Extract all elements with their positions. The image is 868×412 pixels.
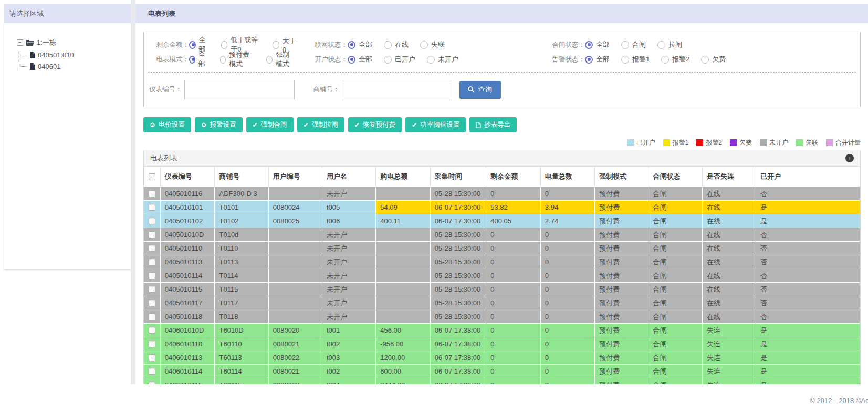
radio-icon[interactable]	[585, 41, 593, 49]
radio-icon[interactable]	[661, 56, 669, 64]
shop-no-input[interactable]	[342, 80, 452, 99]
tree-node-leaf[interactable]: 040501:010	[20, 51, 131, 59]
row-checkbox[interactable]	[149, 327, 155, 334]
file-icon	[29, 52, 35, 58]
radio-icon[interactable]	[621, 56, 629, 64]
radio-icon[interactable]	[266, 56, 273, 64]
table-cell: 未开户	[322, 269, 375, 283]
radio-option[interactable]: 合闸	[621, 40, 646, 49]
legend-swatch	[760, 139, 767, 146]
radio-option[interactable]: 报警1	[621, 55, 650, 64]
radio-icon[interactable]	[657, 41, 665, 49]
radio-icon[interactable]	[348, 56, 355, 64]
table-cell: 05-28 15:30:00	[430, 296, 486, 310]
row-checkbox[interactable]	[149, 272, 155, 279]
legend-swatch	[663, 139, 670, 146]
radio-option[interactable]: 强制模式	[266, 50, 296, 69]
radio-icon[interactable]	[585, 56, 593, 64]
table-cell: 06-07 17:38:00	[430, 337, 486, 351]
row-checkbox[interactable]	[149, 300, 155, 306]
radio-option[interactable]: 全部	[585, 40, 610, 49]
table-cell: 失连	[702, 337, 756, 351]
radio-option[interactable]: 全部	[348, 40, 372, 49]
radio-option[interactable]: 全部	[585, 55, 610, 64]
radio-option[interactable]: 报警2	[661, 55, 689, 64]
table-cell: T6010D	[215, 324, 268, 337]
toolbar-button[interactable]: ✔强制合闸	[246, 117, 294, 132]
radio-option[interactable]: 未开户	[427, 55, 458, 64]
row-checkbox[interactable]	[149, 245, 155, 252]
tree-collapse-toggle[interactable]: −	[17, 39, 23, 46]
radio-icon[interactable]	[220, 56, 226, 64]
toolbar-button[interactable]: ✔强制拉闸	[297, 117, 344, 132]
row-checkbox[interactable]	[149, 259, 155, 265]
select-all-checkbox[interactable]	[149, 173, 155, 180]
radio-option[interactable]: 欠费	[701, 55, 726, 64]
table-cell	[376, 187, 431, 201]
table-cell: 预付费	[595, 365, 649, 378]
table-cell: 在线	[702, 242, 756, 255]
check-icon: ✔	[412, 122, 417, 128]
toolbar-button[interactable]: ✔功率阈值设置	[405, 117, 466, 132]
table-cell: 失连	[702, 351, 756, 365]
doc-icon	[476, 122, 481, 128]
radio-icon[interactable]	[384, 56, 392, 64]
row-checkbox[interactable]	[149, 190, 155, 197]
filter-group: 电表模式：全部预付费模式强制模式	[149, 50, 308, 69]
radio-icon[interactable]	[384, 41, 392, 49]
row-checkbox[interactable]	[149, 368, 155, 375]
radio-option[interactable]: 失联	[420, 40, 445, 49]
table-cell: 预付费	[595, 269, 649, 283]
table-cell	[268, 255, 322, 269]
tree-connector	[20, 55, 27, 55]
toolbar-button-label: 抄表导出	[484, 120, 510, 129]
radio-option[interactable]: 已开户	[384, 55, 415, 64]
radio-option[interactable]: 全部	[348, 55, 372, 64]
tree-node-leaf[interactable]: 040601	[20, 63, 131, 70]
row-checkbox[interactable]	[149, 354, 155, 361]
toolbar-button[interactable]: ✔恢复预付费	[348, 117, 402, 132]
column-header: 电量总数	[540, 167, 595, 187]
radio-option[interactable]: 全部	[189, 50, 208, 69]
radio-icon[interactable]	[348, 41, 355, 49]
radio-option[interactable]: 预付费模式	[220, 50, 255, 69]
collapse-panel-icon[interactable]: ↑	[845, 154, 854, 162]
gear-icon: ⚙	[201, 122, 207, 128]
radio-icon[interactable]	[621, 41, 629, 49]
radio-option-label: 报警1	[632, 55, 650, 64]
radio-icon[interactable]	[420, 41, 428, 49]
row-checkbox[interactable]	[149, 341, 155, 347]
table-cell: 合闸	[649, 310, 702, 324]
search-button[interactable]: 查询	[459, 81, 501, 99]
toolbar-button[interactable]: ⚙报警设置	[195, 117, 243, 132]
row-checkbox[interactable]	[149, 286, 155, 293]
radio-icon[interactable]	[221, 41, 227, 49]
radio-icon[interactable]	[189, 56, 195, 64]
table-cell: 0	[486, 324, 541, 337]
row-checkbox[interactable]	[149, 218, 155, 224]
table-cell: 预付费	[595, 228, 649, 242]
tree-node-root[interactable]: − 1:一栋	[17, 38, 131, 47]
table-cell: 是	[756, 201, 860, 214]
radio-icon[interactable]	[273, 41, 279, 49]
table-cell: t002	[322, 365, 375, 378]
radio-icon[interactable]	[427, 56, 435, 64]
filter-group: 开户状态：全部已开户未开户	[308, 55, 545, 64]
radio-option[interactable]: 在线	[384, 40, 409, 49]
toolbar-button[interactable]: 抄表导出	[469, 117, 517, 132]
row-checkbox[interactable]	[149, 204, 155, 211]
toolbar-button[interactable]: ⚙电价设置	[143, 117, 191, 132]
radio-icon[interactable]	[189, 41, 196, 49]
table-cell	[376, 255, 431, 269]
column-header: 已开户	[756, 167, 860, 187]
filter-group-label: 电表模式：	[149, 55, 189, 64]
radio-option-label: 已开户	[395, 55, 415, 64]
row-checkbox[interactable]	[149, 231, 155, 238]
radio-icon[interactable]	[701, 56, 709, 64]
sidebar-divider	[131, 0, 135, 412]
radio-option-label: 欠费	[712, 55, 726, 64]
table-cell: 合闸	[649, 269, 702, 283]
meter-no-input[interactable]	[184, 80, 295, 99]
row-checkbox[interactable]	[149, 313, 155, 320]
radio-option[interactable]: 拉闸	[657, 40, 682, 49]
